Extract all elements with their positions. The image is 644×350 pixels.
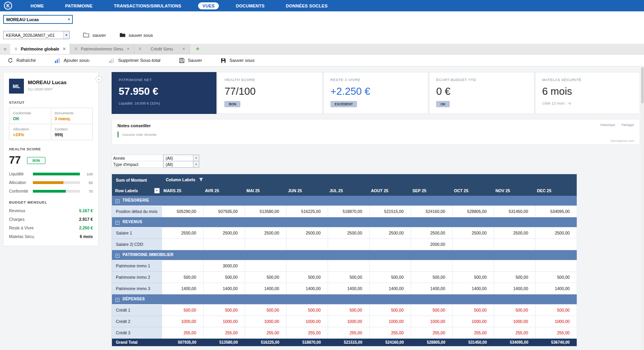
- dropdown-icon[interactable]: ▼: [193, 161, 199, 167]
- pivot-cell: 1400,00: [287, 283, 328, 294]
- budget-charges: Charges2.917 €: [9, 217, 93, 222]
- client-id: CLI-2020-0007: [28, 87, 67, 91]
- kpi-value: 6 mois: [542, 85, 633, 97]
- nav-item-transactions-simulations[interactable]: TRANSACTIONS/SIMULATIONS: [110, 2, 186, 9]
- pivot-month-aout-25[interactable]: AOUT 25: [370, 186, 411, 196]
- pivot-month-jun-25[interactable]: JUN 25: [287, 186, 328, 196]
- notes-history-link[interactable]: Historique: [600, 123, 615, 127]
- row-labels-text: Row Labels: [115, 188, 138, 193]
- pivot-month-dec-25[interactable]: DEC 25: [536, 186, 577, 196]
- health-metrics: Liquidité100Allocation65Conformité70: [9, 172, 93, 193]
- pivot-row-salaire-1: Salaire 12500,002500,002500,002500,00250…: [112, 227, 577, 239]
- grand-total-cell: 513580,00: [204, 339, 245, 346]
- toolbar-label: Supprimer Sous-total: [118, 58, 161, 63]
- budget-value: 2.250 €: [79, 226, 93, 230]
- scenario-selector[interactable]: KERAA_2026JAN07_v01 ▼: [3, 31, 70, 39]
- kpi-matelas-s-curit: MATELAS SÉCURITÉ6 moisCible 12 mois : -6: [535, 72, 640, 114]
- toolbar-ajouter-sous[interactable]: Ajouter sous-: [55, 58, 90, 63]
- filter-select-type-d-impact[interactable]: (All)▼: [163, 161, 199, 168]
- nav-item-home[interactable]: HOME: [26, 2, 48, 9]
- collapse-icon[interactable]: −: [115, 221, 119, 225]
- dropdown-icon[interactable]: ▼: [193, 155, 199, 161]
- pivot-cell: [245, 239, 287, 250]
- pivot-group-cell[interactable]: −PATRIMOINE IMMOBILIER: [112, 250, 577, 260]
- filter-type-d-impact: Type d'impact(All)▼: [112, 161, 276, 168]
- top-nav: K HOMEPATRIMOINETRANSACTIONS/SIMULATIONS…: [0, 0, 644, 11]
- dropdown-icon[interactable]: ▼: [154, 188, 160, 193]
- pivot-row-cr-dit-1: Crédit 1500,00500,00500,00500,00500,0050…: [112, 305, 577, 316]
- client-selector[interactable]: MOREAU Lucas ▾: [3, 15, 73, 24]
- pivot-group-cell[interactable]: −REVENUS: [112, 217, 577, 227]
- pivot-month-nov-25[interactable]: NOV 25: [494, 186, 536, 196]
- notes-share-link[interactable]: Partager: [621, 123, 634, 127]
- pivot-month-oct-25[interactable]: OCT 25: [453, 186, 494, 196]
- chevron-down-icon[interactable]: ▼: [63, 31, 69, 39]
- pivot-month-mai-25[interactable]: MAI 25: [245, 186, 287, 196]
- funnel-icon[interactable]: [199, 178, 203, 182]
- pivot-group-cell[interactable]: −TRÉSORERIE: [112, 196, 577, 206]
- pivot-month-sep-25[interactable]: SEP 25: [411, 186, 453, 196]
- pivot-month-jul-25[interactable]: JUL 25: [328, 186, 370, 196]
- pivot-month-mars-25[interactable]: MARS 25: [162, 186, 204, 196]
- health-score-value: 77: [9, 154, 21, 166]
- nav-item-patrimoine[interactable]: PATRIMOINE: [61, 2, 97, 9]
- tab-patrimoineimmo-simu[interactable]: ≡PatrimoineImmo Simu×: [70, 44, 134, 54]
- budget-title: BUDGET MENSUEL: [9, 200, 93, 204]
- scrollbar-thumb[interactable]: [641, 67, 644, 103]
- nav-item-vues[interactable]: VUES: [198, 2, 219, 9]
- menu-icon[interactable]: ≡: [0, 44, 10, 54]
- grand-total-cell: 521515,00: [328, 339, 370, 346]
- app-logo[interactable]: K: [4, 2, 12, 10]
- pivot-cell: 2000,00: [411, 239, 453, 250]
- pivot-cell: 1000,00: [453, 316, 494, 327]
- kpi-cart-budget-ytd: ÉCART BUDGET YTD0 €OK: [429, 72, 534, 114]
- tab-patrimoine-globale[interactable]: ≡Patrimoine globale×: [10, 44, 70, 54]
- add-tab-button[interactable]: +: [190, 44, 206, 54]
- scenario-selector-value: KERAA_2026JAN07_v01: [4, 31, 55, 39]
- collapse-icon[interactable]: −: [115, 199, 119, 203]
- kpi-title: HEALTH SCORE: [224, 78, 315, 82]
- kpi-title: MATELAS SÉCURITÉ: [542, 78, 633, 82]
- pivot-cell: 2500,00: [328, 227, 370, 239]
- collapse-icon[interactable]: −: [115, 298, 119, 302]
- pivot-row-labels[interactable]: Row Labels▼: [112, 186, 162, 196]
- save-button-label: sauver: [92, 33, 106, 38]
- chevron-down-icon[interactable]: ▾: [66, 16, 72, 23]
- tab-label: Crédit Simu: [145, 47, 179, 51]
- statut-value: OK: [13, 116, 47, 121]
- nav-item-donn-es-socles[interactable]: DONNÉES SOCLES: [281, 2, 332, 9]
- tab-label: Patrimoine globale: [21, 47, 59, 51]
- budget-value: 5.167 €: [79, 208, 93, 213]
- vertical-scrollbar[interactable]: [641, 67, 644, 350]
- pivot-cell: [536, 239, 577, 250]
- collapse-icon[interactable]: −: [115, 254, 119, 258]
- toolbar-rafra-chir[interactable]: Rafraîchir: [8, 58, 36, 63]
- toolbar-sauver-sous[interactable]: Sauver sous: [221, 58, 254, 63]
- pivot-row-patrimoine-immo-1: Patrimoine immo 13000,00: [112, 260, 577, 272]
- close-icon[interactable]: ×: [63, 46, 65, 52]
- filter-select-ann-e[interactable]: (All)▼: [163, 155, 199, 161]
- close-icon[interactable]: ×: [182, 46, 185, 52]
- pivot-cell: 2500,00: [245, 227, 287, 239]
- nav-item-documents[interactable]: DOCUMENTS: [231, 2, 269, 9]
- save-as-icon: [221, 58, 226, 63]
- pivot-cell: 500,00: [536, 305, 577, 316]
- toolbar-supprimer-sous-total[interactable]: Supprimer Sous-total: [109, 58, 161, 63]
- close-icon[interactable]: ×: [127, 46, 130, 52]
- collapse-panel-button[interactable]: ‹: [96, 76, 102, 83]
- pivot-group-name: DÉPENSES: [123, 297, 145, 301]
- list-icon: ≡: [14, 46, 17, 52]
- save-button[interactable]: sauver: [83, 32, 106, 38]
- pivot-row-patrimoine-immo-3: Patrimoine immo 31400,001400,001400,0014…: [112, 283, 577, 294]
- toolbar-sauver[interactable]: Sauver: [179, 58, 202, 63]
- tab-cr-dit-simu[interactable]: ≡Crédit Simu×: [134, 44, 190, 54]
- save-as-button[interactable]: sauver sous: [119, 32, 153, 38]
- pivot-month-avr-25[interactable]: AVR 25: [204, 186, 245, 196]
- kpi-title: RESTE À VIVRE: [330, 78, 421, 82]
- list-icon: ≡: [139, 46, 141, 52]
- pivot-column-labels[interactable]: Column Labels: [162, 174, 577, 186]
- pivot-row-patrimoine-immo-2: Patrimoine immo 2500,00500,00500,00500,0…: [112, 272, 577, 283]
- pivot-group-cell[interactable]: −DÉPENSES: [112, 294, 577, 305]
- statut-label: Conformité: [13, 111, 47, 115]
- kpi-subtitle: Liquidité: 18.500 € (32%): [119, 101, 209, 105]
